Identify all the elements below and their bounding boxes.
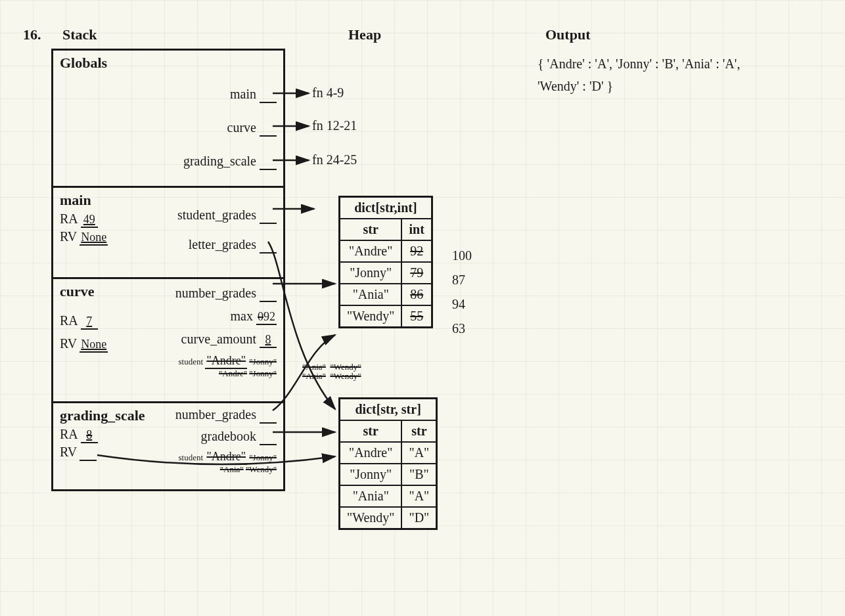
problem-number: 16. [23, 26, 41, 43]
heap-dict2: dict[str, str] strstr "Andre""A" "Jonny"… [338, 397, 438, 530]
output-heading: Output [545, 26, 590, 43]
main-ra: 49 [81, 213, 98, 228]
globals-var-gscale: grading_scale [183, 154, 256, 168]
dict1-new-values: 100 87 94 63 [452, 248, 472, 336]
curve-rv: None [80, 338, 108, 353]
output-line-1: { 'Andre' : 'A', 'Jonny' : 'B', 'Ania' :… [537, 53, 833, 75]
main-frame: main RA 49 RV None student_grades letter… [53, 186, 283, 277]
gscale-student-loop: student "Andre" "Jonny" "Ania" "Wendy" [175, 451, 277, 474]
gscale-var-gradebook: gradebook [201, 429, 256, 443]
grading-scale-frame: grading_scale RA 8 RV number_grades grad… [53, 401, 283, 489]
heap-heading: Heap [348, 26, 381, 43]
stack-box: Globals main curve grading_scale main RA… [51, 49, 285, 491]
globals-title: Globals [60, 55, 277, 72]
curve-student-loop: student "Andre" "Jonny" "Andre" "Jonny" [175, 355, 277, 378]
stack-heading: Stack [62, 26, 97, 43]
dict1-type: dict[str,int] [340, 197, 432, 219]
gscale-var-number-grades: number_grades [175, 407, 256, 422]
heap-dict1: dict[str,int] strint "Andre"92 "Jonny"79… [338, 196, 433, 328]
curve-student-loop-extra: "Ania" "Wendy" "Ania" "Wendy" [302, 363, 361, 382]
output-text: { 'Andre' : 'A', 'Jonny' : 'B', 'Ania' :… [537, 53, 833, 97]
globals-var-curve: curve [227, 120, 256, 135]
fn-label-curve: fn 12-21 [312, 118, 357, 133]
curve-ra: 7 [81, 315, 98, 330]
output-line-2: 'Wendy' : 'D' } [537, 75, 833, 97]
curve-var-curve-amount: curve_amount [181, 332, 256, 346]
globals-frame: Globals main curve grading_scale [53, 49, 283, 186]
curve-var-number-grades: number_grades [175, 286, 256, 300]
main-var-student-grades: student_grades [177, 208, 256, 222]
curve-var-max: max [231, 309, 253, 323]
fn-label-gscale: fn 24-25 [312, 152, 357, 167]
main-var-letter-grades: letter_grades [189, 237, 256, 252]
dict2-type: dict[str, str] [340, 399, 437, 421]
globals-var-main: main [230, 87, 256, 101]
fn-label-main: fn 4-9 [312, 85, 344, 100]
main-rv: None [80, 231, 108, 246]
main-title: main [60, 192, 277, 209]
gscale-ra: 8 [86, 428, 92, 441]
curve-frame: curve RA 7 RV None number_grades max 092… [53, 277, 283, 401]
